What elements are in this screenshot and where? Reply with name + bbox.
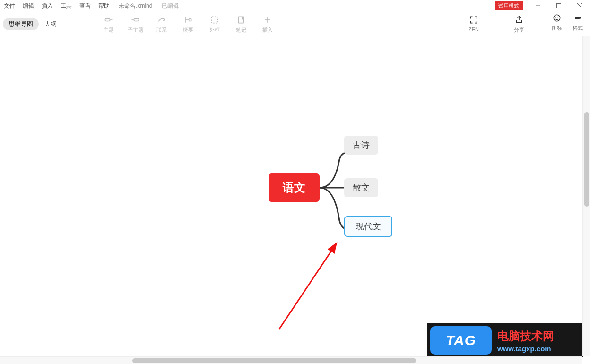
share-label: 分享	[514, 26, 524, 34]
maximize-icon	[556, 3, 561, 8]
summary-label: 概要	[183, 26, 193, 34]
topic-label: 主题	[104, 26, 114, 34]
horizontal-scrollbar-thumb[interactable]	[132, 358, 416, 363]
svg-rect-7	[134, 19, 139, 21]
subtopic-label: 子主题	[128, 26, 143, 34]
document-edited-indicator: — 已编辑	[154, 2, 178, 10]
boundary-button[interactable]: 外框	[201, 13, 228, 34]
smiley-icon	[553, 11, 561, 25]
child-topic-2[interactable]: 散文	[344, 178, 378, 197]
format-label: 格式	[573, 25, 583, 32]
separator: |	[115, 2, 117, 9]
menu-help[interactable]: 帮助	[95, 2, 113, 10]
svg-rect-9	[211, 17, 217, 23]
close-icon	[577, 3, 582, 8]
connector-lines	[269, 136, 410, 277]
relationship-button[interactable]: 联系	[148, 13, 175, 34]
boundary-icon	[210, 13, 219, 26]
document-title: 未命名.xmind	[119, 2, 152, 10]
tool-group-main: 主题 子主题 联系 概要 外框	[95, 13, 281, 34]
horizontal-scrollbar[interactable]	[0, 356, 582, 364]
child-topic-3-editing[interactable]: 现代文	[344, 216, 392, 237]
vertical-scrollbar-thumb[interactable]	[584, 112, 589, 207]
topic-icon	[104, 13, 113, 26]
zen-label: ZEN	[469, 26, 479, 32]
format-icon	[573, 11, 582, 25]
svg-rect-16	[579, 17, 581, 19]
vertical-scrollbar[interactable]	[582, 36, 590, 356]
icons-button[interactable]: 图标	[547, 11, 567, 32]
note-button[interactable]: 笔记	[228, 13, 254, 34]
main-menu: 文件 编辑 插入 工具 查看 帮助	[0, 0, 113, 11]
relationship-icon	[157, 13, 166, 26]
menu-file[interactable]: 文件	[0, 2, 19, 10]
menu-insert[interactable]: 插入	[38, 2, 57, 10]
insert-icon	[263, 13, 272, 26]
topic-button[interactable]: 主题	[95, 13, 122, 34]
far-right-tools: 图标 格式	[547, 11, 588, 32]
summary-button[interactable]: 概要	[175, 13, 201, 34]
tab-outline[interactable]: 大纲	[39, 18, 62, 30]
icons-label: 图标	[552, 25, 562, 32]
minimize-icon	[536, 3, 540, 8]
tab-mindmap[interactable]: 思维导图	[3, 18, 39, 30]
menu-view[interactable]: 查看	[76, 2, 95, 10]
note-icon	[236, 13, 246, 26]
svg-rect-10	[238, 17, 244, 23]
watermark-text: 电脑技术网 www.tagxp.com	[495, 323, 583, 357]
watermark: TAG 电脑技术网 www.tagxp.com	[427, 323, 583, 357]
workarea: 语文 古诗 散文 现代文 TAG 电脑技术网 www.tagxp.com	[0, 36, 590, 364]
subtopic-icon	[130, 13, 140, 26]
minimize-button[interactable]	[528, 0, 548, 11]
svg-point-15	[557, 17, 558, 18]
watermark-tag: TAG	[430, 326, 492, 355]
toolbar: 思维导图 大纲 主题 子主题 联系 概要	[0, 11, 590, 36]
view-tabs: 思维导图 大纲	[3, 17, 62, 31]
canvas[interactable]: 语文 古诗 散文 现代文 TAG 电脑技术网 www.tagxp.com	[0, 36, 590, 364]
menu-tools[interactable]: 工具	[57, 2, 76, 10]
svg-point-14	[555, 17, 556, 18]
svg-rect-4	[105, 19, 110, 21]
insert-label: 插入	[262, 26, 273, 34]
titlebar: 文件 编辑 插入 工具 查看 帮助 | 未命名.xmind — 已编辑 试用模式	[0, 0, 590, 11]
zen-icon	[469, 13, 478, 26]
menu-edit[interactable]: 编辑	[19, 2, 38, 10]
zen-button[interactable]: ZEN	[460, 13, 487, 32]
summary-icon	[183, 13, 193, 26]
subtopic-button[interactable]: 子主题	[122, 13, 148, 34]
share-icon	[514, 13, 524, 26]
insert-button[interactable]: 插入	[254, 13, 281, 34]
right-tools: ZEN 分享	[460, 13, 532, 34]
relationship-label: 联系	[156, 26, 167, 34]
trial-mode-badge: 试用模式	[495, 1, 523, 10]
svg-rect-8	[189, 19, 191, 21]
close-button[interactable]	[569, 0, 590, 11]
share-button[interactable]: 分享	[506, 13, 532, 34]
window-controls	[528, 0, 590, 11]
child-topic-1[interactable]: 古诗	[344, 136, 378, 155]
watermark-line2: www.tagxp.com	[497, 345, 583, 353]
format-button[interactable]: 格式	[567, 11, 588, 32]
note-label: 笔记	[236, 26, 246, 34]
maximize-button[interactable]	[548, 0, 569, 11]
watermark-line1: 电脑技术网	[497, 329, 583, 344]
central-topic[interactable]: 语文	[269, 173, 320, 202]
boundary-label: 外框	[209, 26, 220, 34]
svg-rect-1	[557, 4, 561, 8]
svg-point-13	[554, 15, 560, 21]
